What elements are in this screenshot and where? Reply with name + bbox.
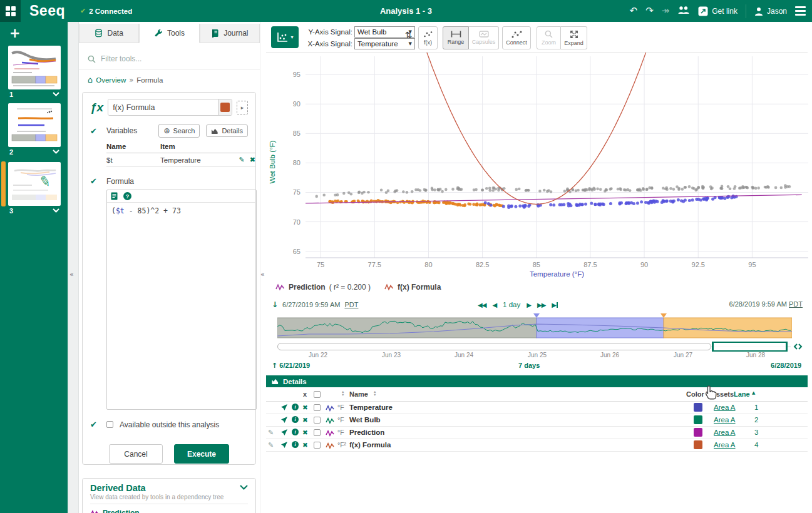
select-all-checkbox[interactable] — [314, 391, 321, 398]
range-end[interactable]: 6/28/2019 9:59 AM PDT — [729, 300, 803, 308]
fx-scatter-button[interactable]: f(x) — [418, 26, 438, 49]
remove-item-icon[interactable]: ✖ — [302, 441, 308, 449]
variable-search-button[interactable]: ⊕ Search — [158, 124, 200, 138]
formula-editor[interactable]: ? ($t - 85)^2 + 73 — [106, 190, 257, 410]
scrollbar-range-handle[interactable] — [712, 342, 788, 352]
item-asset-link[interactable]: Area A — [714, 441, 736, 449]
worksheet-thumbnail-3[interactable]: ✎ — [8, 162, 61, 206]
item-info-icon[interactable]: i — [292, 441, 299, 448]
derived-data-collapse-icon[interactable] — [240, 485, 248, 490]
item-color-swatch[interactable] — [694, 440, 702, 449]
user-menu[interactable]: Jason — [754, 7, 787, 16]
lane-column-header[interactable]: Lane — [734, 390, 750, 398]
app-grid-button[interactable] — [0, 0, 21, 22]
breadcrumb-overview-link[interactable]: Overview — [96, 76, 126, 84]
capsules-button[interactable]: Capsules — [469, 26, 499, 49]
color-column-header[interactable]: Color — [686, 390, 704, 398]
edit-item-icon[interactable]: ✎ — [268, 441, 274, 449]
item-color-swatch[interactable] — [694, 428, 702, 437]
get-link-button[interactable]: Get link — [698, 6, 737, 16]
step-back-button[interactable]: ◀ — [492, 302, 496, 308]
details-row[interactable]: ✎ i ✖ °F² f(x) Formula Area A 4 — [266, 439, 808, 452]
remove-item-icon[interactable]: ✖ — [302, 429, 308, 436]
details-row[interactable]: ✎ i ✖ °F Prediction Area A 3 — [266, 427, 808, 439]
item-asset-link[interactable]: Area A — [714, 404, 736, 411]
formula-name-input[interactable] — [108, 99, 218, 115]
investigate-end[interactable]: 6/28/2019 — [771, 362, 801, 369]
step-size-label[interactable]: 1 day — [503, 301, 520, 308]
scatter-chart[interactable]: 7577.58082.58587.59092.59565707580859095… — [266, 53, 809, 280]
remove-item-icon[interactable]: ✖ — [302, 404, 308, 411]
legend-prediction[interactable]: Prediction ( r² = 0.200 ) — [275, 283, 371, 292]
expand-button[interactable]: Expand — [561, 26, 587, 49]
remove-variable-icon[interactable]: ✖ — [250, 156, 255, 164]
formula-code[interactable]: ($t - 85)^2 + 73 — [107, 203, 256, 219]
remove-item-icon[interactable]: ✖ — [302, 416, 308, 424]
sort-icon[interactable]: ▲▼ — [373, 390, 376, 396]
timezone-link[interactable]: PDT — [789, 300, 803, 308]
item-checkbox[interactable] — [314, 442, 321, 449]
edit-item-icon[interactable]: ✎ — [268, 429, 274, 437]
details-panel-header[interactable]: Details — [266, 375, 808, 387]
worksheet-3-chevron-icon[interactable] — [53, 208, 59, 213]
trend-timebar[interactable] — [277, 313, 792, 339]
item-asset-link[interactable]: Area A — [714, 429, 736, 436]
forward-all-button[interactable]: ↠ — [662, 6, 670, 16]
undo-button[interactable]: ↶ — [630, 6, 638, 16]
main-menu-button[interactable] — [795, 6, 806, 16]
trend-item-icon[interactable] — [280, 429, 288, 437]
item-checkbox[interactable] — [314, 404, 321, 411]
collapse-sidebar-handle[interactable]: « — [69, 270, 74, 278]
variable-details-button[interactable]: Details — [206, 124, 248, 137]
chart-type-button[interactable]: ▾ — [271, 26, 299, 48]
item-checkbox[interactable] — [314, 417, 321, 424]
timezone-link[interactable]: PDT — [344, 301, 358, 308]
step-forward-fast-button[interactable]: ▶▶ — [537, 302, 545, 308]
tab-journal[interactable]: Journal — [200, 24, 260, 43]
item-info-icon[interactable]: i — [292, 404, 299, 410]
trend-item-icon[interactable] — [280, 416, 288, 425]
formula-help-icon[interactable]: ? — [123, 192, 131, 200]
worksheet-thumbnail-1[interactable] — [8, 46, 61, 89]
formula-color-picker[interactable] — [218, 99, 232, 115]
zoom-button[interactable]: Zoom — [537, 26, 561, 49]
sort-icon[interactable]: ▲▼ — [341, 390, 344, 396]
trend-item-icon[interactable] — [280, 441, 288, 450]
item-info-icon[interactable]: i — [292, 416, 299, 423]
edit-variable-icon[interactable]: ✎ — [239, 156, 245, 164]
trend-item-icon[interactable] — [280, 404, 288, 412]
worksheet-2-chevron-icon[interactable] — [53, 150, 59, 154]
redo-button[interactable]: ↷ — [645, 6, 654, 16]
investigate-duration[interactable]: 7 days — [518, 362, 540, 369]
name-column-header[interactable]: Name — [349, 390, 368, 398]
item-color-swatch[interactable] — [694, 403, 702, 412]
tab-tools[interactable]: Tools — [139, 24, 199, 43]
connect-button[interactable]: Connect — [502, 26, 531, 49]
new-worksheet-button[interactable]: + — [9, 26, 21, 41]
available-outside-checkbox[interactable] — [106, 421, 113, 428]
swap-axes-button[interactable]: ⇅ — [405, 30, 413, 40]
details-row[interactable]: ✎ i ✖ °F Wet Bulb Area A 2 — [266, 414, 808, 427]
item-info-icon[interactable]: i — [292, 429, 299, 435]
step-to-end-button[interactable]: ▶ — [552, 302, 558, 308]
filter-tools-input[interactable] — [101, 54, 232, 63]
worksheet-thumbnail-2[interactable] — [8, 103, 61, 147]
connection-status[interactable]: ✔ 2 Connected — [80, 7, 132, 15]
item-asset-link[interactable]: Area A — [714, 416, 736, 424]
legend-fx-formula[interactable]: f(x) Formula — [384, 283, 441, 292]
scrollbar-track[interactable] — [277, 343, 711, 350]
worksheet-1-chevron-icon[interactable] — [53, 92, 59, 96]
remove-all-column[interactable]: x — [303, 390, 307, 398]
collapse-tools-panel-handle[interactable]: « — [260, 270, 265, 278]
range-start[interactable]: ↓ 6/27/2019 9:59 AM PDT — [272, 300, 358, 309]
prediction-link[interactable]: Prediction — [103, 509, 140, 513]
investigate-start[interactable]: ↑ 6/21/2019 — [272, 362, 310, 370]
home-icon[interactable]: ⌂ — [88, 75, 93, 84]
details-row[interactable]: ✎ i ✖ °F Temperature Area A 1 — [266, 402, 808, 414]
execute-button[interactable]: Execute — [174, 444, 229, 464]
cancel-button[interactable]: Cancel — [109, 444, 163, 464]
step-forward-button[interactable]: ▶ — [527, 302, 531, 308]
item-color-swatch[interactable] — [694, 415, 702, 424]
tab-data[interactable]: Data — [79, 24, 139, 43]
collaborators-button[interactable] — [677, 6, 690, 16]
